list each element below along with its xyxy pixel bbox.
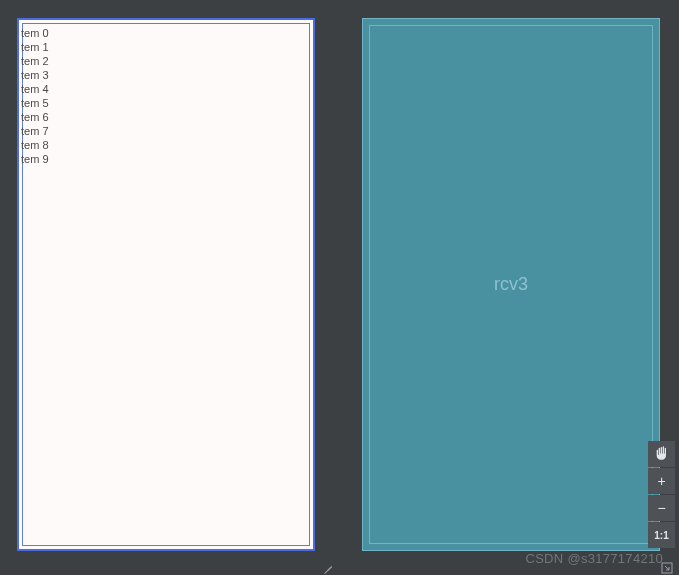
- list-item[interactable]: tem 4: [21, 82, 309, 96]
- list-item[interactable]: tem 9: [21, 152, 309, 166]
- plus-icon: +: [657, 473, 665, 489]
- list-view[interactable]: tem 0 tem 1 tem 2 tem 3 tem 4 tem 5 tem …: [22, 23, 310, 546]
- list-item[interactable]: tem 8: [21, 138, 309, 152]
- expand-icon[interactable]: [661, 560, 673, 572]
- left-device-panel: tem 0 tem 1 tem 2 tem 3 tem 4 tem 5 tem …: [17, 18, 315, 551]
- list-item[interactable]: tem 5: [21, 96, 309, 110]
- hand-icon: [654, 445, 670, 464]
- pan-button[interactable]: [648, 441, 675, 467]
- right-panel-inner: rcv3: [369, 25, 653, 544]
- list-item[interactable]: tem 0: [21, 26, 309, 40]
- list-item[interactable]: tem 2: [21, 54, 309, 68]
- zoom-in-button[interactable]: +: [648, 468, 675, 494]
- list-item[interactable]: tem 3: [21, 68, 309, 82]
- minus-icon: −: [657, 500, 665, 516]
- resize-handle-icon[interactable]: [322, 556, 334, 568]
- ratio-label: 1:1: [654, 530, 668, 541]
- right-device-panel: rcv3: [362, 18, 660, 551]
- watermark-text: CSDN @s3177174210: [525, 551, 663, 566]
- list-item[interactable]: tem 1: [21, 40, 309, 54]
- zoom-out-button[interactable]: −: [648, 495, 675, 521]
- list-item[interactable]: tem 6: [21, 110, 309, 124]
- actual-size-button[interactable]: 1:1: [648, 522, 675, 548]
- right-panel-label: rcv3: [494, 274, 528, 295]
- viewer-toolbar: + − 1:1: [648, 441, 675, 548]
- list-item[interactable]: tem 7: [21, 124, 309, 138]
